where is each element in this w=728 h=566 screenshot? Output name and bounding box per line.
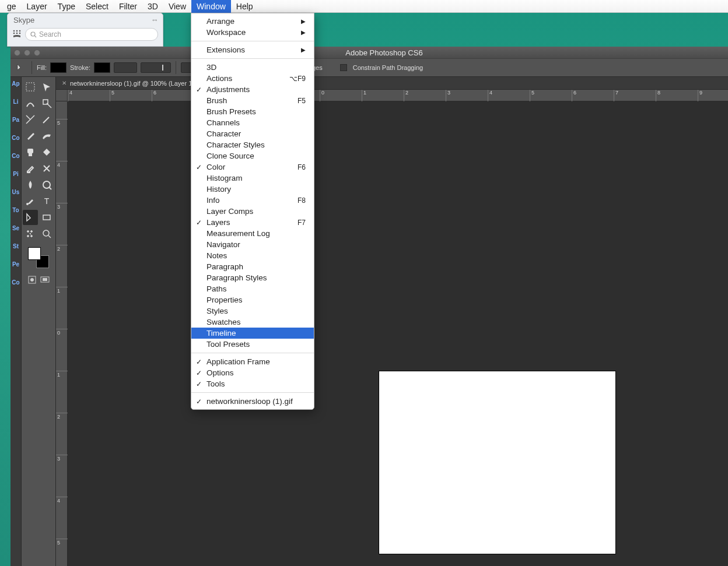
menu-item-workspace[interactable]: Workspace▶: [191, 27, 314, 38]
tool-eyedropper[interactable]: [39, 112, 54, 127]
panel-tab[interactable]: Li: [13, 99, 19, 105]
menu-3d[interactable]: 3D: [142, 0, 163, 13]
panel-tab[interactable]: Co: [12, 153, 19, 159]
document-area: ✕ networkninersloop (1).gif @ 100% (Laye…: [56, 77, 728, 566]
menu-item-3d[interactable]: 3D: [191, 62, 314, 73]
menu-item-notes[interactable]: Notes: [191, 250, 314, 261]
menu-filter[interactable]: Filter: [114, 0, 142, 13]
panel-tab[interactable]: Pi: [13, 171, 18, 177]
tool-crop[interactable]: [23, 112, 38, 127]
screenmode-icon[interactable]: [40, 275, 50, 286]
svg-point-5: [19, 32, 21, 34]
menu-item-brush-presets[interactable]: Brush Presets: [191, 106, 314, 117]
ruler-vertical[interactable]: 54321012345: [56, 101, 68, 566]
tool-lasso[interactable]: [23, 96, 38, 111]
fill-swatch[interactable]: [50, 62, 66, 73]
traffic-min[interactable]: [24, 50, 30, 56]
menu-select[interactable]: Select: [80, 0, 114, 13]
constrain-checkbox[interactable]: [340, 64, 347, 71]
tool-brush[interactable]: [39, 128, 54, 143]
expand-icon[interactable]: ⤢: [150, 16, 158, 24]
panel-tab[interactable]: Us: [12, 189, 20, 195]
canvas[interactable]: [68, 101, 728, 566]
artboard[interactable]: [379, 371, 615, 554]
tool-pen[interactable]: [23, 194, 38, 209]
menu-help[interactable]: Help: [231, 0, 258, 13]
panel-tab[interactable]: Pa: [12, 117, 19, 123]
menu-item-adjustments[interactable]: ✓Adjustments: [191, 84, 314, 95]
menu-item-channels[interactable]: Channels: [191, 117, 314, 128]
tool-preset-icon[interactable]: [14, 61, 27, 74]
menu-type[interactable]: Type: [52, 0, 80, 13]
tool-path-select[interactable]: [23, 210, 38, 225]
menu-item-paths[interactable]: Paths: [191, 283, 314, 294]
tool-marquee[interactable]: [23, 79, 38, 94]
tool-type[interactable]: T: [39, 194, 54, 209]
menu-item-info[interactable]: InfoF8: [191, 195, 314, 206]
panel-tab[interactable]: Co: [12, 135, 19, 141]
menu-item-arrange[interactable]: Arrange▶: [191, 16, 314, 27]
dialpad-icon[interactable]: [12, 30, 22, 40]
stroke-style-field[interactable]: [141, 62, 171, 73]
menu-layer[interactable]: Layer: [22, 0, 52, 13]
menu-item-layers[interactable]: ✓LayersF7: [191, 217, 314, 228]
fg-swatch[interactable]: [28, 247, 41, 260]
menu-item-styles[interactable]: Styles: [191, 305, 314, 317]
tool-gradient[interactable]: [39, 161, 54, 176]
menu-item-brush[interactable]: BrushF5: [191, 95, 314, 106]
tool-hand[interactable]: [23, 226, 38, 241]
menu-item-networkninersloop-1-gif[interactable]: ✓networkninersloop (1).gif: [191, 396, 314, 407]
quickmask-icon[interactable]: [27, 275, 37, 286]
panel-tab[interactable]: To: [12, 207, 19, 213]
document-tab[interactable]: ✕ networkninersloop (1).gif @ 100% (Laye…: [56, 77, 728, 90]
menu-item-layer-comps[interactable]: Layer Comps: [191, 206, 314, 217]
stroke-width-field[interactable]: [114, 62, 137, 73]
menu-item-character-styles[interactable]: Character Styles: [191, 139, 314, 150]
panel-tab[interactable]: Pe: [12, 261, 19, 268]
tool-stamp[interactable]: [23, 145, 38, 160]
tool-move[interactable]: [39, 79, 54, 94]
menu-item-actions[interactable]: Actions⌥F9: [191, 73, 314, 84]
menu-item-swatches[interactable]: Swatches: [191, 317, 314, 328]
menu-item-clone-source[interactable]: Clone Source: [191, 150, 314, 161]
tool-magic-wand[interactable]: [39, 96, 54, 111]
menu-window[interactable]: Window: [191, 0, 231, 13]
menu-item-properties[interactable]: Properties: [191, 294, 314, 305]
menu-item-extensions[interactable]: Extensions▶: [191, 44, 314, 55]
menu-item-paragraph-styles[interactable]: Paragraph Styles: [191, 272, 314, 283]
menu-item-tool-presets[interactable]: Tool Presets: [191, 339, 314, 350]
menu-ge[interactable]: ge: [2, 0, 22, 13]
menu-item-application-frame[interactable]: ✓Application Frame: [191, 356, 314, 367]
traffic-close[interactable]: [14, 50, 20, 56]
menu-item-history[interactable]: History: [191, 184, 314, 195]
menu-item-navigator[interactable]: Navigator: [191, 239, 314, 250]
menu-item-paragraph[interactable]: Paragraph: [191, 261, 314, 272]
menu-item-timeline[interactable]: Timeline: [191, 328, 314, 339]
tool-zoom[interactable]: [39, 226, 54, 241]
tool-healing[interactable]: [23, 128, 38, 143]
menu-item-color[interactable]: ✓ColorF6: [191, 161, 314, 173]
menu-item-measurement-log[interactable]: Measurement Log: [191, 228, 314, 239]
svg-point-4: [16, 32, 18, 34]
panel-tab[interactable]: Se: [12, 225, 19, 231]
menu-item-histogram[interactable]: Histogram: [191, 173, 314, 184]
menu-item-options[interactable]: ✓Options: [191, 367, 314, 378]
skype-search-input[interactable]: Search: [25, 28, 158, 41]
tool-history-brush[interactable]: [39, 145, 54, 160]
stroke-swatch[interactable]: [94, 62, 110, 73]
panel-tab[interactable]: Co: [12, 279, 19, 286]
menu-item-tools[interactable]: ✓Tools: [191, 378, 314, 389]
menu-view[interactable]: View: [163, 0, 191, 13]
panel-tab[interactable]: Ap: [12, 80, 19, 87]
color-swatches[interactable]: [28, 247, 49, 268]
tool-eraser[interactable]: [23, 161, 38, 176]
close-tab-icon[interactable]: ✕: [62, 80, 66, 86]
traffic-zoom[interactable]: [34, 50, 40, 56]
panel-tab[interactable]: St: [13, 243, 19, 249]
ruler-origin[interactable]: [56, 90, 68, 101]
tool-dodge[interactable]: [39, 177, 54, 192]
tool-blur[interactable]: [23, 177, 38, 192]
menu-item-character[interactable]: Character: [191, 128, 314, 139]
tool-rectangle[interactable]: [39, 210, 54, 225]
ruler-horizontal[interactable]: 4567890123456789101112: [68, 90, 728, 101]
